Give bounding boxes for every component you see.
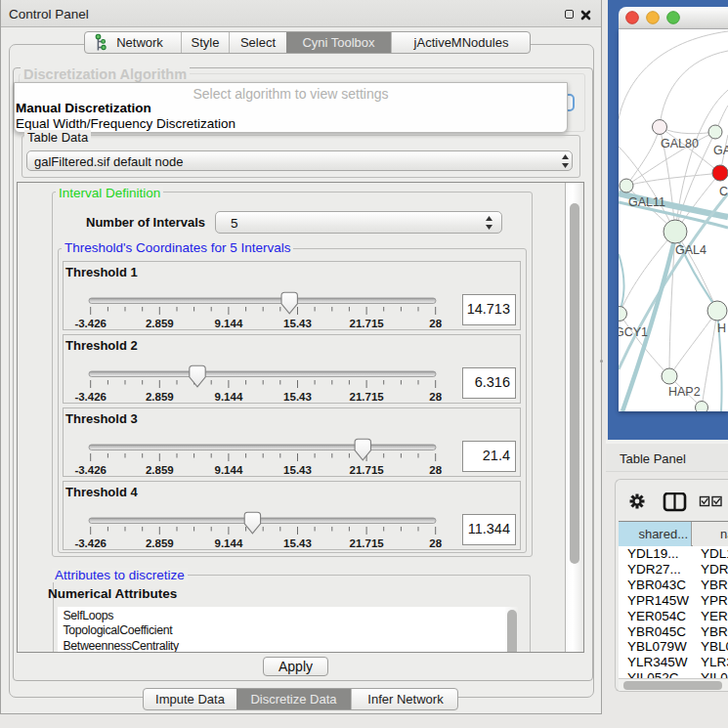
svg-text:C: C: [719, 185, 728, 198]
svg-text:GAL11: GAL11: [628, 195, 665, 209]
svg-text:GAL4: GAL4: [675, 243, 707, 257]
svg-text:GA: GA: [713, 144, 728, 157]
svg-text:9.144: 9.144: [215, 391, 243, 403]
svg-text:28: 28: [429, 318, 442, 329]
svg-text:H: H: [717, 321, 726, 335]
svg-text:2.859: 2.859: [146, 537, 174, 549]
svg-text:9.144: 9.144: [215, 537, 243, 549]
svg-text:-3.426: -3.426: [74, 537, 107, 549]
svg-text:21.715: 21.715: [350, 537, 385, 549]
svg-text:28: 28: [429, 464, 442, 476]
svg-text:-3.426: -3.426: [74, 391, 107, 403]
svg-text:21.715: 21.715: [350, 464, 385, 476]
svg-text:15.43: 15.43: [283, 464, 312, 476]
svg-text:9.144: 9.144: [215, 318, 243, 329]
svg-text:HAP2: HAP2: [668, 385, 701, 399]
svg-text:21.715: 21.715: [350, 391, 385, 403]
svg-text:15.43: 15.43: [283, 391, 312, 403]
svg-text:GCY1: GCY1: [619, 325, 648, 339]
svg-text:15.43: 15.43: [283, 318, 312, 329]
svg-text:GAL80: GAL80: [661, 137, 699, 150]
svg-text:2.859: 2.859: [146, 318, 174, 329]
svg-text:-3.426: -3.426: [74, 464, 107, 476]
svg-text:-3.426: -3.426: [74, 318, 107, 329]
svg-text:2.859: 2.859: [146, 464, 174, 476]
svg-text:9.144: 9.144: [215, 464, 243, 476]
svg-text:21.715: 21.715: [350, 318, 385, 329]
svg-text:28: 28: [429, 537, 442, 549]
svg-text:28: 28: [429, 391, 442, 403]
svg-text:2.859: 2.859: [146, 391, 174, 403]
svg-text:15.43: 15.43: [283, 537, 312, 549]
